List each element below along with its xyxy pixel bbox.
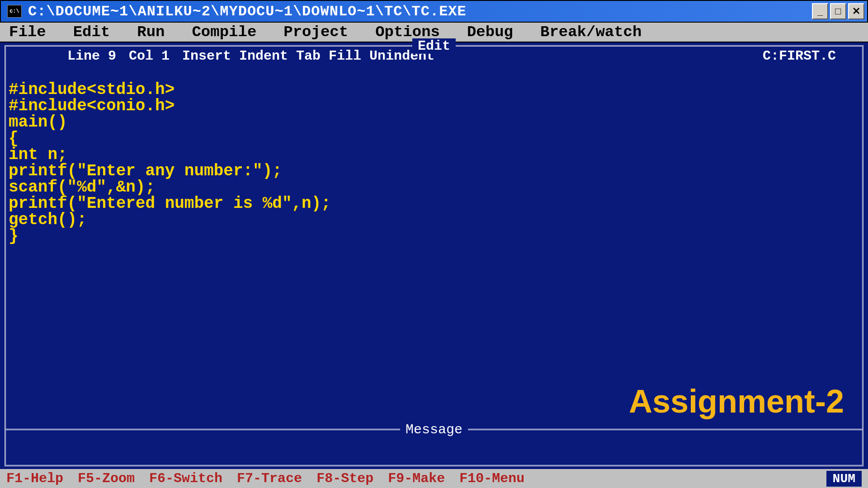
status-line-number: Line 9 — [67, 48, 116, 64]
app-window: c:\ C:\DOCUME~1\ANILKU~2\MYDOCU~1\DOWNLO… — [0, 0, 868, 488]
shortcut-f9-make[interactable]: F9-Make — [388, 471, 445, 486]
code-line: #include<conio.h> — [9, 97, 175, 115]
code-line: printf("Enter any number:"); — [9, 162, 282, 180]
code-line: main() — [9, 113, 67, 131]
window-controls: _ □ ✕ — [812, 3, 864, 19]
titlebar: c:\ C:\DOCUME~1\ANILKU~2\MYDOCU~1\DOWNLO… — [0, 0, 868, 23]
minimize-button[interactable]: _ — [812, 3, 828, 19]
status-col-number: Col 1 — [129, 48, 170, 64]
code-line: printf("Entered number is %d",n); — [9, 194, 331, 213]
editor-area: Edit Line 9 Col 1 Insert Indent Tab Fill… — [0, 42, 868, 469]
code-line: { — [9, 129, 19, 148]
window-title: C:\DOCUME~1\ANILKU~2\MYDOCU~1\DOWNLO~1\T… — [28, 3, 812, 20]
menu-file[interactable]: File — [9, 23, 46, 41]
overlay-assignment-label: Assignment-2 — [629, 383, 844, 420]
edit-frame: Edit Line 9 Col 1 Insert Indent Tab Fill… — [5, 45, 863, 466]
close-button[interactable]: ✕ — [848, 3, 864, 19]
shortcut-f5-zoom[interactable]: F5-Zoom — [78, 471, 135, 486]
message-frame-title: Message — [400, 422, 468, 437]
code-line: getch(); — [9, 211, 87, 229]
code-line: #include<stdio.h> — [9, 80, 175, 99]
maximize-button[interactable]: □ — [830, 3, 846, 19]
code-editor[interactable]: #include<stdio.h> #include<conio.h> main… — [6, 66, 862, 261]
message-frame: Message — [6, 429, 862, 460]
shortcut-f8-step[interactable]: F8-Step — [316, 471, 373, 486]
menu-project[interactable]: Project — [283, 23, 348, 41]
shortcut-f10-menu[interactable]: F10-Menu — [459, 471, 524, 486]
status-filename: C:FIRST.C — [763, 48, 836, 64]
menu-debug[interactable]: Debug — [467, 23, 513, 41]
edit-frame-title: Edit — [412, 38, 456, 54]
bottom-shortcut-bar: F1-Help F5-Zoom F6-Switch F7-Trace F8-St… — [0, 469, 868, 488]
code-line: } — [9, 227, 19, 245]
menu-run[interactable]: Run — [137, 23, 165, 41]
code-line: int n; — [9, 145, 67, 164]
status-modes: Insert Indent Tab Fill Unindent — [182, 48, 434, 64]
shortcut-f6-switch[interactable]: F6-Switch — [149, 471, 222, 486]
numlock-indicator: NUM — [826, 471, 862, 487]
shortcut-f1-help[interactable]: F1-Help — [6, 471, 63, 486]
menu-break-watch[interactable]: Break/watch — [540, 23, 642, 41]
menu-edit[interactable]: Edit — [73, 23, 110, 41]
code-line: scanf("%d",&n); — [9, 178, 155, 197]
shortcut-f7-trace[interactable]: F7-Trace — [237, 471, 302, 486]
system-menu-icon[interactable]: c:\ — [7, 5, 22, 18]
menu-compile[interactable]: Compile — [192, 23, 256, 41]
